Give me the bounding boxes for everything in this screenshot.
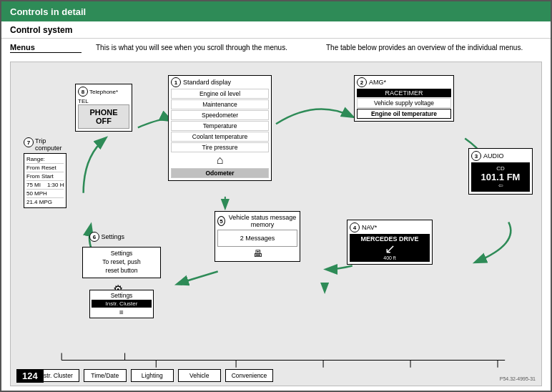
audio-num: 3	[471, 151, 481, 161]
nav-title: NAV*	[362, 224, 377, 231]
std-item-3: Speedometer	[171, 110, 269, 120]
settings-eq: ≡	[92, 308, 152, 316]
header-title: Controls in detail	[10, 6, 86, 17]
vstatus-title-row: 5 Vehicle status message memory	[217, 214, 297, 228]
doc-ref: P54.32-4995-31	[500, 376, 536, 381]
vehicle-status-box: 5 Vehicle status message memory 2 Messag…	[215, 211, 300, 262]
nav-dist: 400 ft	[351, 255, 428, 260]
page-container: Controls in detail Control system Menus …	[0, 0, 552, 392]
std-num: 1	[171, 77, 181, 87]
trip-range: Range:	[26, 155, 64, 164]
std-item-2: Maintenance	[171, 99, 269, 109]
settings-box2-text: Settings	[92, 292, 152, 299]
std-menu-items: Engine oil level Maintenance Speedometer…	[171, 89, 269, 152]
header-bar: Controls in detail	[1, 1, 551, 21]
audio-arrow: ⇦	[473, 182, 528, 189]
subtitle: Control system	[10, 25, 72, 35]
col2-text: The table below provides an overview of …	[326, 43, 542, 53]
settings-label-row: 6 Settings	[89, 232, 124, 242]
nav-box: 4 NAV* MERCEDES DRIVE ↙ 400 ft	[347, 220, 433, 265]
telephone-box: 8 Telephone* TEL PHONEOFF	[75, 84, 132, 132]
page-number: 124	[16, 369, 44, 383]
home-icon: ⌂	[171, 154, 269, 167]
vstatus-messages: 2 Messages	[240, 235, 275, 242]
trip-title: Tripcomputer	[35, 137, 62, 152]
settings-box2-cluster: Instr. Cluster	[92, 300, 152, 308]
audio-box: 3 AUDIO CD 101.1 FM ⇦	[468, 148, 533, 195]
audio-inner: CD 101.1 FM ⇦	[471, 162, 530, 192]
col1-text: This is what you will see when you scrol…	[96, 43, 312, 53]
trip-container: 7 Tripcomputer Range: From Reset From St…	[24, 137, 66, 208]
tel-num: 8	[78, 87, 88, 97]
audio-title-row: 3 AUDIO	[471, 151, 530, 161]
amg-num: 2	[357, 77, 367, 87]
amg-title-row: 2 AMG*	[357, 77, 451, 87]
tab-vehicle[interactable]: Vehicle	[178, 369, 221, 382]
std-item-odometer: Odometer	[171, 168, 269, 178]
nav-num: 4	[350, 222, 360, 232]
vstatus-inner: 2 Messages	[217, 230, 297, 247]
settings-num: 6	[89, 232, 99, 242]
subheader: Control system	[1, 21, 551, 39]
trip-mpg: 21.4 MPG	[26, 198, 64, 206]
std-item-1: Engine oil level	[171, 89, 269, 99]
amg-header: RACETIMER	[357, 89, 451, 97]
col1-section: This is what you will see when you scrol…	[96, 43, 312, 56]
tel-label: Telephone*	[89, 89, 118, 95]
settings-title: Settings	[102, 233, 125, 240]
std-title-row: 1 Standard display	[171, 77, 269, 87]
settings-box1-text: SettingsTo reset, pushreset button	[86, 250, 157, 275]
std-item-coolant: Coolant temperature	[171, 132, 269, 142]
bottom-tabs: Instr. Cluster Time/Date Lighting Vehicl…	[32, 369, 273, 382]
trip-from-reset: From Reset	[26, 164, 64, 172]
nav-arrow: ↙	[351, 242, 428, 255]
settings-box1: SettingsTo reset, pushreset button	[82, 247, 161, 278]
printer-icon: 🖶	[217, 248, 297, 259]
nav-title-row: 4 NAV*	[350, 222, 430, 232]
standard-display-box: 1 Standard display Engine oil level Main…	[168, 75, 272, 181]
trip-mi-h: 75 MI 1:30 H	[26, 181, 64, 190]
amg-title: AMG*	[369, 79, 386, 86]
amg-item-2: Engine oil temperature	[357, 109, 451, 119]
trip-label-row: 7 Tripcomputer	[24, 137, 66, 152]
tab-convenience[interactable]: Convenience	[225, 369, 274, 382]
col2-section: The table below provides an overview of …	[326, 43, 542, 56]
freq: 101.1 FM	[473, 172, 528, 182]
tel-main: PHONEOFF	[78, 104, 129, 129]
std-title: Standard display	[183, 79, 231, 86]
tel-prefix: TEL	[78, 98, 129, 104]
audio-title: AUDIO	[483, 152, 504, 160]
trip-from-start: From Start	[26, 172, 64, 181]
tab-time-date[interactable]: Time/Date	[84, 369, 127, 382]
diagram-area: 8 Telephone* TEL PHONEOFF 1 Standard dis…	[10, 62, 542, 386]
trip-num: 7	[24, 137, 34, 147]
nav-inner: MERCEDES DRIVE ↙ 400 ft	[350, 234, 430, 262]
vstatus-title: Vehicle status message memory	[227, 214, 297, 228]
intro-row: Menus This is what you will see when you…	[10, 43, 542, 56]
menus-section: Menus	[10, 43, 82, 56]
cd-label: CD	[473, 165, 528, 172]
menus-label: Menus	[10, 43, 82, 53]
vstatus-num: 5	[217, 216, 225, 226]
settings-box2: Settings Instr. Cluster ≡	[89, 290, 154, 318]
amg-item-1: Vehicle supply voltage	[357, 98, 451, 108]
tab-lighting[interactable]: Lighting	[131, 369, 174, 382]
std-item-4: Temperature	[171, 121, 269, 131]
content-area: Menus This is what you will see when you…	[1, 39, 551, 391]
amg-box: 2 AMG* RACETIMER Vehicle supply voltage …	[354, 75, 454, 122]
trip-mph: 50 MPH	[26, 190, 64, 198]
trip-inner: Range: From Reset From Start 75 MI 1:30 …	[24, 153, 66, 208]
std-item-5: Tire pressure	[171, 142, 269, 152]
tel-title: 8 Telephone*	[78, 87, 129, 97]
